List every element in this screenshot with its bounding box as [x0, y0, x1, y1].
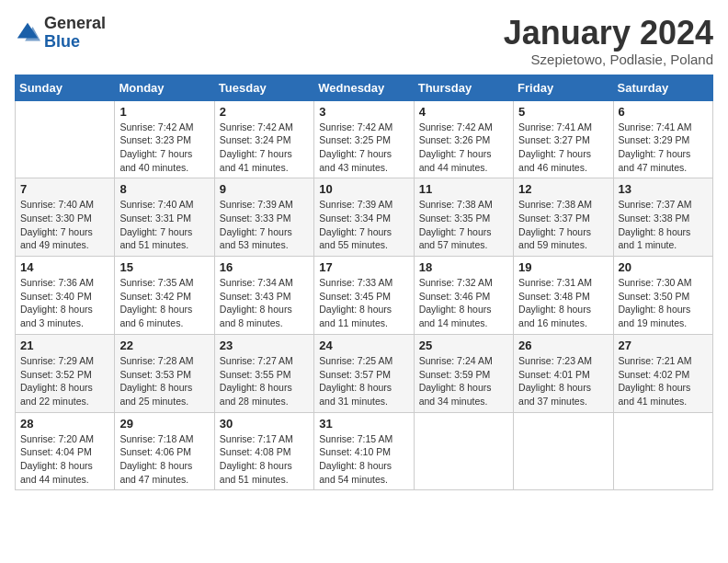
day-number: 9	[220, 182, 309, 196]
day-info: Sunrise: 7:42 AM Sunset: 3:23 PM Dayligh…	[119, 121, 209, 175]
day-info: Sunrise: 7:32 AM Sunset: 3:46 PM Dayligh…	[419, 276, 508, 330]
day-number: 20	[619, 260, 708, 274]
day-info: Sunrise: 7:33 AM Sunset: 3:45 PM Dayligh…	[319, 276, 408, 330]
calendar-cell: 23Sunrise: 7:27 AM Sunset: 3:55 PM Dayli…	[214, 334, 313, 412]
day-number: 14	[20, 260, 109, 274]
day-number: 24	[319, 339, 408, 352]
calendar-cell: 9Sunrise: 7:39 AM Sunset: 3:33 PM Daylig…	[214, 178, 313, 257]
calendar-cell: 14Sunrise: 7:36 AM Sunset: 3:40 PM Dayli…	[16, 257, 115, 335]
day-info: Sunrise: 7:31 AM Sunset: 3:48 PM Dayligh…	[518, 276, 608, 330]
day-number: 10	[319, 182, 408, 196]
day-number: 26	[518, 339, 608, 352]
day-number: 28	[20, 417, 109, 431]
calendar-cell	[16, 100, 115, 178]
calendar-cell: 22Sunrise: 7:28 AM Sunset: 3:53 PM Dayli…	[115, 334, 214, 412]
calendar-cell: 13Sunrise: 7:37 AM Sunset: 3:38 PM Dayli…	[613, 178, 712, 257]
day-number: 6	[619, 105, 708, 119]
day-info: Sunrise: 7:17 AM Sunset: 4:08 PM Dayligh…	[220, 432, 309, 487]
calendar-cell: 20Sunrise: 7:30 AM Sunset: 3:50 PM Dayli…	[613, 257, 712, 335]
day-number: 3	[319, 105, 408, 119]
calendar-cell: 3Sunrise: 7:42 AM Sunset: 3:25 PM Daylig…	[314, 100, 414, 178]
calendar-cell: 24Sunrise: 7:25 AM Sunset: 3:57 PM Dayli…	[314, 334, 414, 412]
calendar-cell: 26Sunrise: 7:23 AM Sunset: 4:01 PM Dayli…	[514, 334, 613, 412]
calendar-cell: 25Sunrise: 7:24 AM Sunset: 3:59 PM Dayli…	[414, 334, 513, 412]
weekday-header-tuesday: Tuesday	[214, 75, 313, 100]
day-info: Sunrise: 7:15 AM Sunset: 4:10 PM Dayligh…	[319, 432, 408, 487]
day-info: Sunrise: 7:42 AM Sunset: 3:25 PM Dayligh…	[319, 121, 408, 175]
day-info: Sunrise: 7:25 AM Sunset: 3:57 PM Dayligh…	[319, 354, 408, 408]
logo-general-text: General	[44, 15, 106, 33]
calendar-cell: 10Sunrise: 7:39 AM Sunset: 3:34 PM Dayli…	[314, 178, 414, 257]
day-info: Sunrise: 7:42 AM Sunset: 3:24 PM Dayligh…	[220, 121, 309, 175]
day-number: 11	[419, 182, 508, 196]
calendar-cell: 2Sunrise: 7:42 AM Sunset: 3:24 PM Daylig…	[214, 100, 313, 178]
calendar-cell: 30Sunrise: 7:17 AM Sunset: 4:08 PM Dayli…	[214, 412, 313, 490]
calendar-week-row: 14Sunrise: 7:36 AM Sunset: 3:40 PM Dayli…	[16, 257, 713, 335]
day-number: 1	[119, 105, 209, 119]
day-number: 7	[20, 182, 109, 196]
day-info: Sunrise: 7:21 AM Sunset: 4:02 PM Dayligh…	[619, 354, 708, 408]
day-number: 18	[419, 260, 508, 274]
day-number: 4	[419, 105, 508, 119]
day-number: 27	[619, 339, 708, 352]
day-info: Sunrise: 7:34 AM Sunset: 3:43 PM Dayligh…	[220, 276, 309, 330]
logo-icon	[15, 20, 40, 46]
day-info: Sunrise: 7:38 AM Sunset: 3:37 PM Dayligh…	[518, 198, 608, 252]
calendar-cell: 11Sunrise: 7:38 AM Sunset: 3:35 PM Dayli…	[414, 178, 513, 257]
day-info: Sunrise: 7:41 AM Sunset: 3:29 PM Dayligh…	[619, 121, 708, 175]
day-number: 19	[518, 260, 608, 274]
day-number: 13	[619, 182, 708, 196]
calendar-cell: 29Sunrise: 7:18 AM Sunset: 4:06 PM Dayli…	[115, 412, 214, 490]
day-info: Sunrise: 7:39 AM Sunset: 3:34 PM Dayligh…	[319, 198, 408, 252]
day-info: Sunrise: 7:20 AM Sunset: 4:04 PM Dayligh…	[20, 432, 109, 487]
day-number: 22	[119, 339, 209, 352]
day-number: 30	[220, 417, 309, 431]
calendar-cell: 4Sunrise: 7:42 AM Sunset: 3:26 PM Daylig…	[414, 100, 513, 178]
calendar-cell: 15Sunrise: 7:35 AM Sunset: 3:42 PM Dayli…	[115, 257, 214, 335]
month-title: January 2024	[504, 15, 713, 52]
day-info: Sunrise: 7:24 AM Sunset: 3:59 PM Dayligh…	[419, 354, 508, 408]
calendar-table: SundayMondayTuesdayWednesdayThursdayFrid…	[15, 75, 713, 491]
day-number: 2	[220, 105, 309, 119]
weekday-header-sunday: Sunday	[16, 75, 115, 100]
day-info: Sunrise: 7:42 AM Sunset: 3:26 PM Dayligh…	[419, 121, 508, 175]
weekday-header-monday: Monday	[115, 75, 214, 100]
day-info: Sunrise: 7:37 AM Sunset: 3:38 PM Dayligh…	[619, 198, 708, 252]
day-info: Sunrise: 7:35 AM Sunset: 3:42 PM Dayligh…	[119, 276, 209, 330]
calendar-cell: 31Sunrise: 7:15 AM Sunset: 4:10 PM Dayli…	[314, 412, 414, 490]
calendar-cell: 5Sunrise: 7:41 AM Sunset: 3:27 PM Daylig…	[514, 100, 613, 178]
weekday-header-wednesday: Wednesday	[314, 75, 414, 100]
day-info: Sunrise: 7:29 AM Sunset: 3:52 PM Dayligh…	[20, 354, 109, 408]
calendar-cell: 21Sunrise: 7:29 AM Sunset: 3:52 PM Dayli…	[16, 334, 115, 412]
weekday-header-saturday: Saturday	[613, 75, 712, 100]
logo: General Blue	[15, 15, 106, 52]
weekday-header-thursday: Thursday	[414, 75, 513, 100]
day-number: 29	[119, 417, 209, 431]
day-info: Sunrise: 7:40 AM Sunset: 3:31 PM Dayligh…	[119, 198, 209, 252]
calendar-cell	[514, 412, 613, 490]
title-block: January 2024 Szepietowo, Podlasie, Polan…	[504, 15, 713, 67]
day-info: Sunrise: 7:40 AM Sunset: 3:30 PM Dayligh…	[20, 198, 109, 252]
calendar-cell: 12Sunrise: 7:38 AM Sunset: 3:37 PM Dayli…	[514, 178, 613, 257]
day-number: 5	[518, 105, 608, 119]
calendar-cell: 19Sunrise: 7:31 AM Sunset: 3:48 PM Dayli…	[514, 257, 613, 335]
day-info: Sunrise: 7:41 AM Sunset: 3:27 PM Dayligh…	[518, 121, 608, 175]
day-info: Sunrise: 7:30 AM Sunset: 3:50 PM Dayligh…	[619, 276, 708, 330]
calendar-cell: 6Sunrise: 7:41 AM Sunset: 3:29 PM Daylig…	[613, 100, 712, 178]
calendar-cell: 28Sunrise: 7:20 AM Sunset: 4:04 PM Dayli…	[16, 412, 115, 490]
calendar-week-row: 1Sunrise: 7:42 AM Sunset: 3:23 PM Daylig…	[16, 100, 713, 178]
day-number: 17	[319, 260, 408, 274]
calendar-cell: 1Sunrise: 7:42 AM Sunset: 3:23 PM Daylig…	[115, 100, 214, 178]
day-info: Sunrise: 7:28 AM Sunset: 3:53 PM Dayligh…	[119, 354, 209, 408]
calendar-week-row: 21Sunrise: 7:29 AM Sunset: 3:52 PM Dayli…	[16, 334, 713, 412]
day-number: 31	[319, 417, 408, 431]
day-info: Sunrise: 7:36 AM Sunset: 3:40 PM Dayligh…	[20, 276, 109, 330]
calendar-cell: 17Sunrise: 7:33 AM Sunset: 3:45 PM Dayli…	[314, 257, 414, 335]
day-number: 15	[119, 260, 209, 274]
logo-blue-text: Blue	[44, 33, 106, 52]
calendar-cell	[414, 412, 513, 490]
day-number: 21	[20, 339, 109, 352]
day-number: 16	[220, 260, 309, 274]
calendar-cell: 16Sunrise: 7:34 AM Sunset: 3:43 PM Dayli…	[214, 257, 313, 335]
page-header: General Blue January 2024 Szepietowo, Po…	[15, 15, 713, 67]
